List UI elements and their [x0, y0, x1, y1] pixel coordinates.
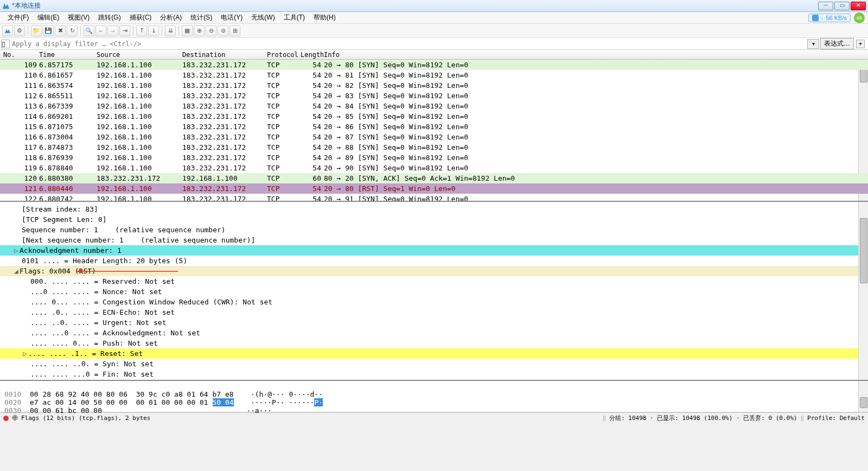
toolbar-last-icon[interactable]: ⤓: [148, 26, 159, 36]
detail-flag-nonce[interactable]: ...0 .... .... = Nonce: Not set: [0, 287, 868, 297]
toolbar-zoom-out-icon[interactable]: ⊖: [206, 26, 216, 36]
menu-edit[interactable]: 编辑(E): [33, 12, 63, 23]
toolbar-find-icon[interactable]: 🔍: [84, 26, 94, 36]
menu-view[interactable]: 视图(V): [63, 12, 94, 23]
menu-go[interactable]: 跳转(G): [94, 12, 125, 23]
hex-row-0030[interactable]: 0030 00 00 61 bc 00 00 ··a···: [4, 406, 272, 415]
packet-row[interactable]: 1106.861657192.168.1.100183.232.231.172T…: [0, 70, 868, 80]
menu-file[interactable]: 文件(F): [3, 12, 33, 23]
toolbar-zoom-reset-icon[interactable]: ⊜: [218, 26, 228, 36]
status-field: Flags (12 bits) (tcp.flags), 2 bytes: [21, 415, 150, 422]
menu-bar: 文件(F) 编辑(E) 视图(V) 跳转(G) 捕获(C) 分析(A) 统计(S…: [0, 12, 868, 24]
wireshark-icon: [2, 2, 10, 10]
menu-help[interactable]: 帮助(H): [309, 12, 340, 23]
packet-row[interactable]: 1166.873004192.168.1.100183.232.231.172T…: [0, 132, 868, 142]
detail-flag-ack[interactable]: .... ...0 .... = Acknowledgment: Not set: [0, 328, 868, 338]
menu-capture[interactable]: 捕获(C): [125, 12, 156, 23]
display-filter-input[interactable]: [12, 39, 806, 49]
toolbar-close-icon[interactable]: ✖: [55, 26, 66, 36]
packet-row[interactable]: 1206.880380183.232.231.172192.168.1.100T…: [0, 173, 868, 183]
col-dest[interactable]: Destination: [182, 51, 225, 59]
detail-flags[interactable]: ◢Flags: 0x004 (RST): [0, 266, 868, 276]
detail-flag-syn[interactable]: .... .... ..0. = Syn: Not set: [0, 359, 868, 369]
detail-flag-push[interactable]: .... .... 0... = Push: Not set: [0, 338, 868, 348]
toolbar-prev-icon[interactable]: ←: [95, 26, 106, 36]
toolbar-resize-cols-icon[interactable]: ⊞: [229, 26, 240, 36]
menu-wireless[interactable]: 无线(W): [247, 12, 279, 23]
filter-bar: ▯ ▾ 表达式… +: [0, 38, 868, 50]
toolbar-colorize-icon[interactable]: ▦: [182, 26, 193, 36]
detail-flag-cwr[interactable]: .... 0... .... = Congestion Window Reduc…: [0, 297, 868, 307]
packet-row[interactable]: 1176.874873192.168.1.100183.232.231.172T…: [0, 142, 868, 152]
filter-apply-button[interactable]: ▾: [807, 39, 819, 49]
col-no[interactable]: No.: [3, 51, 15, 59]
window-title: *本地连接: [12, 1, 818, 10]
packet-row[interactable]: 1226.880742192.168.1.100183.232.231.172T…: [0, 194, 868, 202]
packet-row[interactable]: 1116.863574192.168.1.100183.232.231.172T…: [0, 80, 868, 91]
link-icon: [812, 15, 819, 21]
packet-row[interactable]: 1216.880440192.168.1.100183.232.231.172T…: [0, 183, 868, 194]
status-profile[interactable]: Profile: Default: [807, 415, 865, 422]
col-time[interactable]: Time: [39, 51, 55, 59]
status-badge[interactable]: 66: [854, 12, 865, 23]
toolbar-autoscroll-icon[interactable]: ⇊: [165, 26, 176, 36]
packet-list[interactable]: 1096.857175192.168.1.100183.232.231.172T…: [0, 60, 868, 202]
toolbar-options-icon[interactable]: ⚙: [14, 26, 25, 36]
packet-details[interactable]: [Stream index: 83] [TCP Segment Len: 0] …: [0, 202, 868, 381]
detail-flag-fin[interactable]: .... .... ...0 = Fin: Not set: [0, 369, 868, 379]
detail-flag-ecn[interactable]: .... .0.. .... = ECN-Echo: Not set: [0, 307, 868, 317]
toolbar-interfaces-icon[interactable]: [2, 26, 13, 36]
packet-row[interactable]: 1156.871075192.168.1.100183.232.231.172T…: [0, 122, 868, 132]
hex-row-0010[interactable]: 0010 00 28 68 92 40 00 80 06 30 9c c0 a8…: [4, 390, 323, 398]
col-length[interactable]: Length: [301, 51, 324, 59]
hex-row-0020[interactable]: 0020 e7 ac 00 14 00 50 00 00 00 01 00 00…: [4, 398, 323, 406]
toolbar-next-icon[interactable]: →: [107, 26, 118, 36]
menu-telephony[interactable]: 电话(Y): [216, 12, 247, 23]
detail-seq[interactable]: Sequence number: 1 (relative sequence nu…: [0, 225, 868, 235]
col-info[interactable]: Info: [324, 51, 340, 59]
toolbar-reload-icon[interactable]: ↻: [67, 26, 78, 36]
detail-stream-index[interactable]: [Stream index: 83]: [0, 204, 868, 214]
expand-icon[interactable]: ▷: [14, 245, 20, 256]
detail-hdrlen[interactable]: 0101 .... = Header Length: 20 bytes (5): [0, 256, 868, 266]
hex-scrollbar[interactable]: [858, 381, 868, 412]
speed-value: 56 KB/s: [826, 15, 847, 21]
detail-flag-reserved[interactable]: 000. .... .... = Reserved: Not set: [0, 276, 868, 287]
details-scrollbar[interactable]: [858, 202, 868, 381]
detail-flag-urg[interactable]: .... ..0. .... = Urgent: Not set: [0, 317, 868, 328]
title-bar: *本地连接 ─ ▭ ✕: [0, 0, 868, 12]
toolbar-first-icon[interactable]: ⤒: [136, 26, 147, 36]
detail-next-seq[interactable]: [Next sequence number: 1 (relative seque…: [0, 235, 868, 245]
status-packets: 分组: 10498 · 已显示: 10498 (100.0%) · 已丢弃: 0…: [609, 414, 797, 422]
detail-flag-reset[interactable]: ▷.... .... .1.. = Reset: Set: [0, 348, 868, 359]
menu-statistics[interactable]: 统计(S): [186, 12, 216, 23]
packet-row[interactable]: 1196.878840192.168.1.100183.232.231.172T…: [0, 163, 868, 173]
collapse-icon[interactable]: ◢: [14, 266, 20, 276]
detail-ack[interactable]: ▷Acknowledgment number: 1: [0, 245, 868, 256]
toolbar: ⚙ 📁 💾 ✖ ↻ 🔍 ← → ⇥ ⤒ ⤓ ⇊ ▦ ⊕ ⊖ ⊜ ⊞: [0, 24, 868, 38]
speed-indicator[interactable]: ↓ 56 KB/s: [808, 14, 851, 22]
col-source[interactable]: Source: [97, 51, 120, 59]
packet-list-header: No. Time Source Destination Protocol Len…: [0, 50, 868, 60]
expression-button[interactable]: 表达式…: [820, 38, 854, 49]
col-proto[interactable]: Protocol: [267, 51, 298, 59]
detail-seg-len[interactable]: [TCP Segment Len: 0]: [0, 214, 868, 225]
toolbar-zoom-in-icon[interactable]: ⊕: [194, 26, 205, 36]
menu-analyze[interactable]: 分析(A): [156, 12, 186, 23]
packet-row[interactable]: 1126.865511192.168.1.100183.232.231.172T…: [0, 91, 868, 101]
toolbar-save-icon[interactable]: 💾: [43, 26, 54, 36]
filter-add-button[interactable]: +: [856, 40, 865, 48]
packet-row[interactable]: 1146.869201192.168.1.100183.232.231.172T…: [0, 111, 868, 122]
menu-tools[interactable]: 工具(T): [279, 12, 309, 23]
packet-row[interactable]: 1136.867339192.168.1.100183.232.231.172T…: [0, 101, 868, 111]
expand-icon[interactable]: ▷: [23, 348, 28, 359]
packet-row[interactable]: 1096.857175192.168.1.100183.232.231.172T…: [0, 60, 868, 70]
packet-bytes[interactable]: 0010 00 28 68 92 40 00 80 06 30 9c c0 a8…: [0, 381, 868, 412]
minimize-button[interactable]: ─: [818, 2, 833, 10]
toolbar-open-icon[interactable]: 📁: [31, 26, 42, 36]
close-button[interactable]: ✕: [851, 2, 866, 10]
bookmark-filter-icon[interactable]: ▯: [1, 40, 10, 48]
toolbar-jump-icon[interactable]: ⇥: [119, 26, 130, 36]
maximize-button[interactable]: ▭: [834, 2, 850, 10]
packet-row[interactable]: 1186.876939192.168.1.100183.232.231.172T…: [0, 152, 868, 163]
